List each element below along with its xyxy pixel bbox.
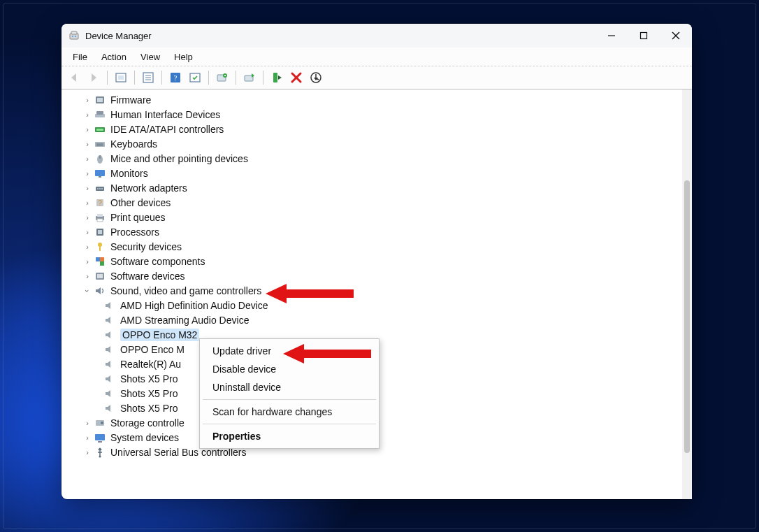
help-button[interactable]: ? <box>167 69 184 86</box>
tree-category-hid[interactable]: › Human Interface Devices <box>62 107 682 122</box>
scan-hardware-button[interactable] <box>214 69 231 86</box>
chevron-right-icon: › <box>82 140 92 148</box>
uninstall-device-button[interactable] <box>288 69 305 86</box>
svg-rect-55 <box>95 434 105 440</box>
menu-file[interactable]: File <box>66 50 94 64</box>
disable-device-button[interactable] <box>308 69 324 86</box>
chevron-right-icon: › <box>82 213 92 222</box>
tree-label: AMD Streaming Audio Device <box>120 315 249 326</box>
svg-point-54 <box>101 422 103 424</box>
speaker-icon <box>103 300 116 311</box>
printer-icon <box>94 212 106 223</box>
menu-view[interactable]: View <box>133 50 167 64</box>
svg-rect-25 <box>96 111 103 115</box>
menu-action[interactable]: Action <box>94 50 133 64</box>
properties-button[interactable] <box>140 69 157 86</box>
tree-category-print[interactable]: › Print queues <box>62 210 682 224</box>
tree-category-security[interactable]: › Security devices <box>62 239 682 254</box>
vertical-scrollbar[interactable] <box>682 89 692 499</box>
tree-category-mice[interactable]: › Mice and other pointing devices <box>62 151 682 166</box>
back-button[interactable] <box>66 69 82 86</box>
svg-rect-43 <box>97 219 103 222</box>
menu-properties[interactable]: Properties <box>200 427 379 445</box>
processor-icon <box>94 227 106 238</box>
tree-label: Keyboards <box>110 138 157 150</box>
tree-label: Network adapters <box>110 182 187 194</box>
network-icon <box>94 182 106 194</box>
svg-point-38 <box>101 188 103 189</box>
tree-item[interactable]: AMD Streaming Audio Device <box>62 312 682 327</box>
svg-rect-49 <box>100 261 104 266</box>
toolbar-separator <box>208 71 209 85</box>
tree-category-network[interactable]: › Network adapters <box>62 180 682 195</box>
chevron-right-icon: › <box>82 169 92 178</box>
update-driver-button[interactable] <box>241 69 258 86</box>
tree-category-software-devices[interactable]: › Software devices <box>62 268 682 283</box>
svg-rect-1 <box>71 31 77 34</box>
tree-label: Security devices <box>110 241 182 252</box>
scrollbar-track[interactable] <box>682 89 692 499</box>
tree-category-monitors[interactable]: › Monitors <box>62 166 682 180</box>
tree-label: AMD High Definition Audio Device <box>120 300 268 311</box>
tree-label: Shots X5 Pro <box>120 388 178 399</box>
chevron-right-icon: › <box>82 154 92 163</box>
action-button[interactable] <box>187 69 203 86</box>
tree-category-other[interactable]: › ? Other devices <box>62 195 682 210</box>
svg-rect-5 <box>641 33 647 39</box>
svg-rect-48 <box>96 257 100 261</box>
mouse-icon <box>94 153 106 164</box>
chevron-right-icon: › <box>82 243 92 251</box>
chevron-right-icon: › <box>82 199 92 207</box>
chevron-right-icon: › <box>82 228 92 236</box>
chevron-down-icon: › <box>83 286 92 296</box>
toolbar-separator <box>134 71 135 85</box>
svg-rect-42 <box>97 214 103 217</box>
menu-help[interactable]: Help <box>167 50 200 64</box>
svg-rect-33 <box>95 170 105 176</box>
monitor-icon <box>94 168 106 179</box>
svg-rect-27 <box>96 129 103 131</box>
keyboard-icon <box>94 138 106 150</box>
speaker-icon <box>103 315 116 326</box>
storage-icon <box>94 417 106 429</box>
menu-disable-device[interactable]: Disable device <box>200 360 379 378</box>
tree-category-keyboards[interactable]: › Keyboards <box>62 136 682 151</box>
minimize-button[interactable] <box>595 24 628 48</box>
forward-button[interactable] <box>85 69 102 86</box>
chevron-right-icon: › <box>82 96 92 104</box>
chevron-right-icon: › <box>82 110 92 119</box>
speaker-icon <box>103 388 116 399</box>
svg-rect-20 <box>273 73 277 82</box>
tree-category-sound[interactable]: › Sound, video and game controllers <box>62 283 682 298</box>
chevron-right-icon: › <box>82 184 92 192</box>
toolbar-separator <box>161 71 162 85</box>
tree-label: IDE ATA/ATAPI controllers <box>110 124 224 135</box>
tree-category-ide[interactable]: › IDE ATA/ATAPI controllers <box>62 122 682 136</box>
tree-label: Print queues <box>110 212 166 223</box>
svg-rect-23 <box>97 98 103 102</box>
maximize-button[interactable] <box>628 24 660 48</box>
enable-device-button[interactable] <box>268 69 285 86</box>
software-devices-icon <box>94 271 106 282</box>
toolbar-separator <box>236 71 236 85</box>
tree-category-firmware[interactable]: › Firmware <box>62 92 682 107</box>
svg-point-2 <box>72 36 73 37</box>
menu-uninstall-device[interactable]: Uninstall device <box>200 378 379 396</box>
tree-label: Other devices <box>110 197 171 208</box>
tree-category-processors[interactable]: › Processors <box>62 224 682 239</box>
tree-item[interactable]: AMD High Definition Audio Device <box>62 298 682 312</box>
tree-label: Sound, video and game controllers <box>110 285 261 296</box>
svg-rect-45 <box>98 230 102 234</box>
menu-update-driver[interactable]: Update driver <box>200 342 379 360</box>
tree-category-software-components[interactable]: › Software components <box>62 254 682 268</box>
tree-label: Human Interface Devices <box>110 109 220 120</box>
menu-scan-hardware[interactable]: Scan for hardware changes <box>200 403 379 421</box>
svg-rect-47 <box>99 246 101 251</box>
show-hidden-button[interactable] <box>113 69 129 86</box>
scrollbar-thumb[interactable] <box>684 180 690 453</box>
close-button[interactable] <box>660 24 692 48</box>
usb-icon <box>94 447 106 458</box>
svg-text:?: ? <box>98 199 102 207</box>
speaker-icon <box>94 285 106 296</box>
tree-label: Shots X5 Pro <box>120 373 178 384</box>
